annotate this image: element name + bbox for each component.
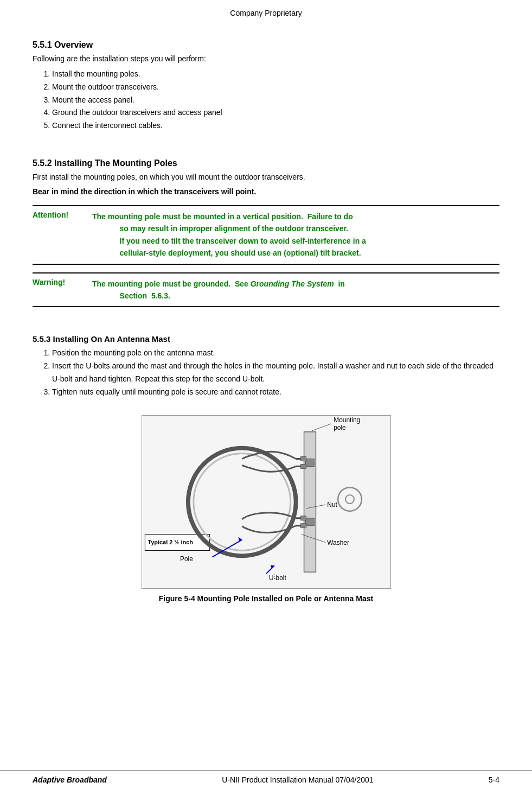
header-title: Company Proprietary xyxy=(230,9,302,17)
svg-rect-5 xyxy=(305,518,314,525)
warning-text: The mounting pole must be grounded. See … xyxy=(92,278,345,302)
footer-brand: Adaptive Broadband xyxy=(33,775,107,784)
svg-text:Pole: Pole xyxy=(180,555,193,563)
svg-rect-10 xyxy=(300,456,306,461)
section-552-para2: Bear in mind the direction in which the … xyxy=(33,186,499,198)
footer-page: 5-4 xyxy=(489,775,499,784)
list-item: Mount the access panel. xyxy=(52,94,499,107)
section-551-intro: Following are the installation steps you… xyxy=(33,53,499,65)
attention-label: Attention! xyxy=(33,211,92,259)
list-item: Install the mounting poles. xyxy=(52,68,499,81)
attention-box: Attention! The mounting pole must be mou… xyxy=(33,205,499,265)
page-header: Company Proprietary xyxy=(33,5,499,27)
figure-caption: Figure 5-4 Mounting Pole Installed on Po… xyxy=(159,594,373,603)
svg-text:Nut: Nut xyxy=(327,500,337,508)
svg-text:pole: pole xyxy=(334,423,346,431)
list-item: Mount the outdoor transceivers. xyxy=(52,81,499,94)
figure-box: Typical 2 ½ inch xyxy=(142,415,391,589)
section-553-steps: Position the mounting pole on the antenn… xyxy=(52,347,499,398)
list-item: Insert the U-bolts around the mast and t… xyxy=(52,360,499,386)
svg-rect-15 xyxy=(300,523,306,527)
warning-box: Warning! The mounting pole must be groun… xyxy=(33,272,499,308)
section-551-steps: Install the mounting poles. Mount the ou… xyxy=(52,68,499,132)
section-552-heading: 5.5.2 Installing The Mounting Poles xyxy=(33,158,499,168)
svg-rect-14 xyxy=(300,516,306,520)
svg-rect-4 xyxy=(305,459,314,466)
svg-text:U-bolt: U-bolt xyxy=(268,574,286,582)
svg-rect-3 xyxy=(304,431,316,571)
svg-rect-11 xyxy=(300,464,306,468)
list-item: Connect the interconnect cables. xyxy=(52,119,499,132)
page-footer: Adaptive Broadband U-NII Product Install… xyxy=(0,771,532,784)
attention-text: The mounting pole must be mounted in a v… xyxy=(92,211,366,259)
list-item: Tighten nuts equally until mounting pole… xyxy=(52,386,499,399)
antenna-mast-diagram: Typical 2 ½ inch xyxy=(142,416,390,588)
svg-text:Typical 2 ½ inch: Typical 2 ½ inch xyxy=(148,538,193,545)
svg-text:Washer: Washer xyxy=(327,538,349,546)
section-552-para1: First install the mounting poles, on whi… xyxy=(33,171,499,183)
list-item: Ground the outdoor transceivers and acce… xyxy=(52,106,499,119)
list-item: Position the mounting pole on the antenn… xyxy=(52,347,499,360)
section-551-heading: 5.5.1 Overview xyxy=(33,40,499,50)
figure-container: Typical 2 ½ inch xyxy=(33,415,499,603)
warning-label: Warning! xyxy=(33,278,92,302)
footer-center: U-NII Product Installation Manual 07/04/… xyxy=(222,775,373,784)
svg-text:Mounting: Mounting xyxy=(334,416,360,423)
section-553-heading: 5.5.3 Installing On An Antenna Mast xyxy=(33,334,499,344)
